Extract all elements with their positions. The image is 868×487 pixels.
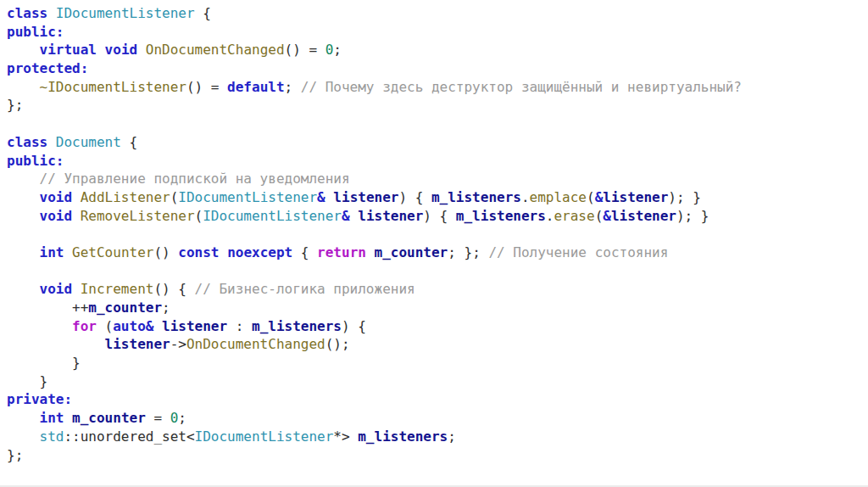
code-token-plain: = [146, 410, 170, 426]
code-token-plain: ) { [398, 189, 431, 205]
code-line: std::unordered_set<IDocumentListener*> m… [7, 428, 742, 446]
code-line: } [7, 354, 742, 372]
code-token-plain: ; [333, 42, 342, 58]
code-token-plain [219, 244, 227, 260]
code-token-keyword: private: [7, 391, 72, 407]
code-token-plain [97, 42, 105, 58]
code-token-comment: // Управление подпиской на уведомления [40, 171, 350, 187]
code-token-keyword: auto& [113, 318, 153, 334]
code-token-variable: listener [603, 189, 668, 205]
code-token-plain [7, 208, 40, 224]
code-token-keyword: int [40, 244, 64, 260]
code-token-variable: listener [358, 208, 423, 224]
code-line: protected: [7, 59, 742, 78]
code-token-plain: ( [195, 208, 203, 224]
code-token-plain: ) { [423, 208, 456, 224]
code-token-plain [47, 5, 56, 21]
code-token-keyword: & [595, 189, 604, 205]
code-token-type: Document [56, 134, 121, 150]
code-token-plain [7, 171, 40, 187]
code-line: } [7, 372, 742, 391]
code-token-plain [7, 318, 72, 334]
code-token-variable: m_listeners [431, 189, 521, 205]
code-token-function: erase [554, 208, 594, 224]
code-token-plain [64, 410, 72, 426]
code-line: }; [7, 446, 742, 465]
code-token-type: IDocumentListener [178, 189, 317, 205]
code-token-plain: }; [7, 97, 23, 113]
code-token-plain [7, 79, 40, 95]
code-token-keyword: noexcept [227, 244, 292, 260]
code-token-function: AddListener [81, 189, 170, 205]
code-line: int GetCounter() const noexcept { return… [7, 244, 742, 262]
code-token-plain: } [7, 373, 47, 389]
code-line: class IDocumentListener { [7, 4, 742, 23]
code-token-plain: () = [285, 42, 326, 58]
code-token-keyword: & [603, 208, 611, 224]
code-token-variable: listener [611, 208, 676, 224]
code-token-type: std [40, 428, 64, 445]
code-token-keyword: class [7, 5, 47, 21]
code-token-control: return [317, 244, 366, 260]
code-line: virtual void OnDocumentChanged() = 0; [7, 41, 742, 59]
code-token-plain: ) { [342, 318, 366, 334]
code-token-function: Increment [81, 281, 154, 297]
code-token-keyword: public: [7, 24, 64, 40]
code-line: listener->OnDocumentChanged(); [7, 335, 742, 354]
code-line: ~IDocumentListener() = default; // Почем… [7, 78, 742, 97]
code-token-variable: m_counter [375, 244, 448, 260]
code-token-number: 0 [326, 42, 334, 58]
code-token-plain [7, 410, 40, 426]
code-token-plain: ( [97, 318, 113, 334]
code-token-number: 0 [170, 410, 179, 426]
code-token-keyword: & [317, 189, 326, 205]
code-token-plain: ( [595, 208, 604, 224]
code-token-function: emplace [530, 189, 587, 205]
code-token-plain: ); } [676, 208, 709, 224]
code-line: public: [7, 23, 742, 42]
code-token-function: RemoveListener [81, 208, 195, 224]
code-token-keyword: & [342, 208, 350, 224]
code-token-keyword: void [40, 208, 73, 224]
code-token-plain: } [7, 355, 81, 371]
code-token-variable: m_listeners [252, 318, 342, 334]
code-slide: class IDocumentListener {public: virtual… [0, 0, 868, 487]
code-token-plain [326, 189, 334, 205]
code-token-plain: ; [448, 428, 456, 445]
code-token-plain [64, 244, 72, 260]
code-token-function: GetCounter [72, 244, 153, 260]
code-token-plain [350, 208, 359, 224]
code-token-plain [7, 189, 40, 205]
code-token-plain: . [546, 208, 554, 224]
code-token-plain: ( [587, 189, 595, 205]
code-token-plain: { [292, 244, 317, 260]
code-token-type: IDocumentListener [203, 208, 342, 224]
code-token-keyword: class [7, 134, 47, 150]
code-token-keyword: void [105, 42, 138, 58]
code-token-plain: ( [170, 189, 179, 205]
code-line [7, 225, 742, 244]
code-token-plain: () { [153, 281, 194, 297]
code-token-plain: . [521, 189, 530, 205]
code-token-variable: m_listeners [358, 428, 448, 445]
code-token-keyword: public: [7, 153, 64, 169]
code-token-plain: () [153, 244, 178, 260]
code-token-plain [7, 42, 40, 58]
code-token-function: OnDocumentChanged [146, 42, 285, 58]
code-token-variable: listener [333, 189, 398, 205]
code-token-plain: -> [170, 336, 186, 352]
code-block: class IDocumentListener {public: virtual… [7, 4, 742, 464]
code-line: private: [7, 390, 742, 409]
code-line: // Управление подпиской на уведомления [7, 170, 742, 188]
code-token-plain [7, 244, 40, 260]
code-token-variable: listener [105, 336, 170, 352]
code-line: public: [7, 152, 742, 171]
code-token-variable: listener [162, 318, 227, 334]
code-token-plain [72, 281, 81, 297]
code-token-plain: }; [7, 447, 23, 463]
code-token-plain: ++ [7, 299, 88, 316]
code-token-plain [7, 336, 105, 352]
code-line: for (auto& listener : m_listeners) { [7, 317, 742, 336]
code-token-keyword: int [40, 410, 64, 426]
code-token-keyword: virtual [40, 42, 97, 58]
